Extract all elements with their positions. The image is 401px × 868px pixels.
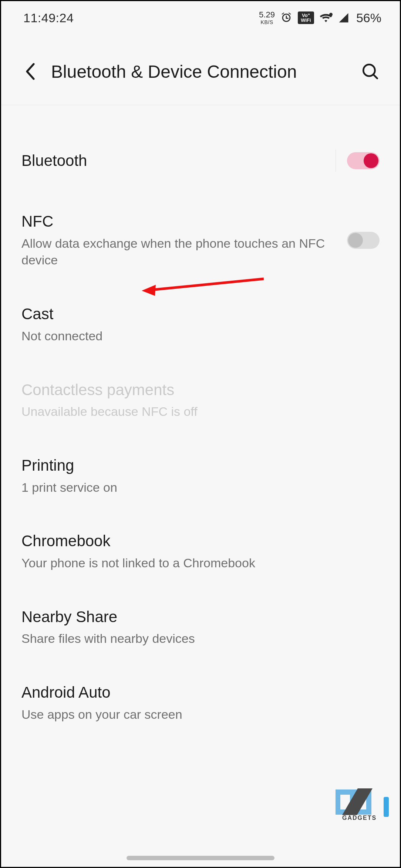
search-icon xyxy=(361,62,380,81)
wifi-icon xyxy=(319,12,333,23)
row-title: Android Auto xyxy=(21,683,368,702)
row-title: Contactless payments xyxy=(21,380,368,400)
cellular-signal-icon xyxy=(338,12,350,23)
back-button[interactable] xyxy=(20,61,40,82)
row-android-auto[interactable]: Android Auto Use apps on your car screen xyxy=(1,672,400,733)
page-title: Bluetooth & Device Connection xyxy=(51,61,348,82)
settings-list: Bluetooth NFC Allow data exchange when t… xyxy=(1,105,400,734)
row-chromebook[interactable]: Chromebook Your phone is not linked to a… xyxy=(1,521,400,582)
row-title: Nearby Share xyxy=(21,607,368,627)
search-button[interactable] xyxy=(359,60,381,83)
row-sub: Allow data exchange when the phone touch… xyxy=(21,235,336,269)
row-nearby-share[interactable]: Nearby Share Share files with nearby dev… xyxy=(1,597,400,658)
status-bar: 11:49:24 5.29 KB/S Vo" WiFi 56% xyxy=(1,1,400,34)
row-title: NFC xyxy=(21,212,336,231)
row-title: Chromebook xyxy=(21,531,368,551)
app-header: Bluetooth & Device Connection xyxy=(1,34,400,105)
toggle-divider xyxy=(336,150,336,172)
row-title: Bluetooth xyxy=(21,151,324,171)
watermark-text: GADGETS xyxy=(342,815,377,821)
row-sub: Not connected xyxy=(21,328,368,345)
nfc-toggle[interactable] xyxy=(347,232,380,249)
row-title: Printing xyxy=(21,456,368,475)
row-sub: Use apps on your car screen xyxy=(21,706,368,723)
watermark: GADGETS xyxy=(336,785,389,821)
status-right: 5.29 KB/S Vo" WiFi 56% xyxy=(259,11,381,25)
row-nfc[interactable]: NFC Allow data exchange when the phone t… xyxy=(1,201,400,279)
row-bluetooth[interactable]: Bluetooth xyxy=(1,135,400,187)
row-contactless-payments: Contactless payments Unavailable because… xyxy=(1,370,400,431)
battery-percentage: 56% xyxy=(356,11,381,25)
status-time: 11:49:24 xyxy=(23,11,74,25)
watermark-bar-icon xyxy=(384,797,389,817)
row-sub: Unavailable because NFC is off xyxy=(21,403,368,420)
watermark-logo-icon: GADGETS xyxy=(336,785,380,821)
svg-point-0 xyxy=(329,13,333,16)
row-cast[interactable]: Cast Not connected xyxy=(1,294,400,355)
svg-line-2 xyxy=(373,74,377,78)
row-title: Cast xyxy=(21,304,368,324)
navigation-handle[interactable] xyxy=(127,856,274,860)
row-printing[interactable]: Printing 1 print service on xyxy=(1,445,400,506)
vowifi-icon: Vo" WiFi xyxy=(298,11,314,24)
bluetooth-toggle[interactable] xyxy=(347,152,380,169)
row-sub: 1 print service on xyxy=(21,479,368,496)
alarm-icon xyxy=(280,11,293,24)
network-speed-indicator: 5.29 KB/S xyxy=(259,11,275,25)
chevron-left-icon xyxy=(24,63,36,80)
row-sub: Your phone is not linked to a Chromebook xyxy=(21,555,368,572)
row-sub: Share files with nearby devices xyxy=(21,630,368,647)
